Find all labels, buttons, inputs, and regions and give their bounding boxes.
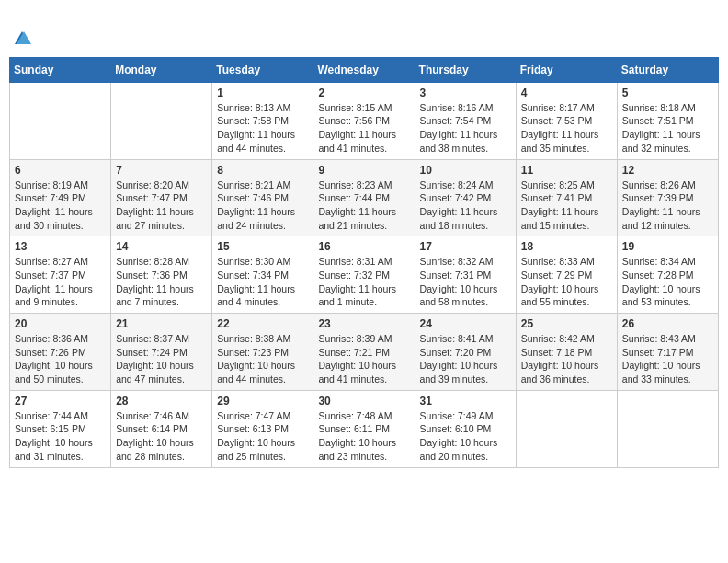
calendar-cell: 25Sunrise: 8:42 AMSunset: 7:18 PMDayligh… [516, 314, 617, 391]
calendar-cell: 8Sunrise: 8:21 AMSunset: 7:46 PMDaylight… [212, 159, 313, 236]
calendar-week-row: 27Sunrise: 7:44 AMSunset: 6:15 PMDayligh… [10, 390, 719, 467]
day-number: 29 [217, 395, 308, 408]
calendar-cell: 31Sunrise: 7:49 AMSunset: 6:10 PMDayligh… [415, 390, 516, 467]
day-info: Sunrise: 8:25 AMSunset: 7:41 PMDaylight:… [521, 178, 612, 233]
weekday-header-wednesday: Wednesday [313, 57, 415, 82]
calendar-week-row: 1Sunrise: 8:13 AMSunset: 7:58 PMDaylight… [10, 82, 719, 159]
day-info: Sunrise: 8:16 AMSunset: 7:54 PMDaylight:… [420, 101, 511, 155]
calendar-cell: 14Sunrise: 8:28 AMSunset: 7:36 PMDayligh… [111, 236, 212, 314]
calendar-cell: 26Sunrise: 8:43 AMSunset: 7:17 PMDayligh… [617, 314, 718, 391]
day-number: 11 [521, 164, 612, 177]
calendar-cell: 17Sunrise: 8:32 AMSunset: 7:31 PMDayligh… [415, 236, 516, 314]
calendar-cell: 10Sunrise: 8:24 AMSunset: 7:42 PMDayligh… [415, 159, 516, 236]
day-info: Sunrise: 8:17 AMSunset: 7:53 PMDaylight:… [521, 101, 612, 155]
day-info: Sunrise: 8:37 AMSunset: 7:24 PMDaylight:… [116, 332, 207, 386]
day-number: 17 [420, 240, 511, 253]
day-number: 13 [15, 240, 106, 253]
day-info: Sunrise: 8:18 AMSunset: 7:51 PMDaylight:… [622, 101, 713, 155]
day-number: 23 [318, 317, 409, 330]
day-info: Sunrise: 8:38 AMSunset: 7:23 PMDaylight:… [217, 332, 308, 386]
weekday-header-friday: Friday [516, 57, 617, 82]
day-info: Sunrise: 8:27 AMSunset: 7:37 PMDaylight:… [15, 255, 106, 309]
day-number: 26 [622, 317, 713, 330]
day-info: Sunrise: 7:49 AMSunset: 6:10 PMDaylight:… [420, 409, 511, 464]
calendar-cell [617, 390, 718, 467]
day-info: Sunrise: 8:33 AMSunset: 7:29 PMDaylight:… [521, 255, 612, 309]
calendar-cell [516, 390, 617, 467]
day-info: Sunrise: 8:19 AMSunset: 7:49 PMDaylight:… [15, 178, 106, 233]
calendar-cell: 24Sunrise: 8:41 AMSunset: 7:20 PMDayligh… [415, 314, 516, 391]
day-info: Sunrise: 8:31 AMSunset: 7:32 PMDaylight:… [318, 255, 409, 309]
logo [9, 9, 33, 50]
day-info: Sunrise: 8:20 AMSunset: 7:47 PMDaylight:… [116, 178, 207, 233]
calendar-week-row: 13Sunrise: 8:27 AMSunset: 7:37 PMDayligh… [10, 236, 719, 314]
day-number: 12 [622, 164, 713, 177]
day-info: Sunrise: 8:15 AMSunset: 7:56 PMDaylight:… [318, 101, 409, 155]
day-info: Sunrise: 8:30 AMSunset: 7:34 PMDaylight:… [217, 255, 308, 309]
logo-icon [11, 28, 33, 50]
weekday-header-saturday: Saturday [617, 57, 718, 82]
calendar-cell: 16Sunrise: 8:31 AMSunset: 7:32 PMDayligh… [313, 236, 415, 314]
calendar-cell: 13Sunrise: 8:27 AMSunset: 7:37 PMDayligh… [10, 236, 111, 314]
calendar-cell: 15Sunrise: 8:30 AMSunset: 7:34 PMDayligh… [212, 236, 313, 314]
calendar-week-row: 6Sunrise: 8:19 AMSunset: 7:49 PMDaylight… [10, 159, 719, 236]
calendar-cell: 18Sunrise: 8:33 AMSunset: 7:29 PMDayligh… [516, 236, 617, 314]
calendar-cell: 20Sunrise: 8:36 AMSunset: 7:26 PMDayligh… [10, 314, 111, 391]
calendar-cell: 5Sunrise: 8:18 AMSunset: 7:51 PMDaylight… [617, 82, 718, 159]
day-number: 2 [318, 86, 409, 99]
day-info: Sunrise: 8:34 AMSunset: 7:28 PMDaylight:… [622, 255, 713, 309]
calendar-cell: 4Sunrise: 8:17 AMSunset: 7:53 PMDaylight… [516, 82, 617, 159]
calendar-table: SundayMondayTuesdayWednesdayThursdayFrid… [9, 57, 719, 468]
day-number: 31 [420, 395, 511, 408]
day-info: Sunrise: 7:47 AMSunset: 6:13 PMDaylight:… [217, 409, 308, 464]
calendar-cell: 1Sunrise: 8:13 AMSunset: 7:58 PMDaylight… [212, 82, 313, 159]
day-number: 4 [521, 86, 612, 99]
day-number: 15 [217, 240, 308, 253]
day-number: 27 [15, 395, 106, 408]
day-number: 28 [116, 395, 207, 408]
calendar-cell: 27Sunrise: 7:44 AMSunset: 6:15 PMDayligh… [10, 390, 111, 467]
day-info: Sunrise: 7:46 AMSunset: 6:14 PMDaylight:… [116, 409, 207, 464]
page-header [9, 9, 719, 50]
day-number: 3 [420, 86, 511, 99]
calendar-cell: 3Sunrise: 8:16 AMSunset: 7:54 PMDaylight… [415, 82, 516, 159]
day-number: 24 [420, 317, 511, 330]
day-number: 20 [15, 317, 106, 330]
calendar-cell: 9Sunrise: 8:23 AMSunset: 7:44 PMDaylight… [313, 159, 415, 236]
weekday-header-tuesday: Tuesday [212, 57, 313, 82]
day-info: Sunrise: 8:28 AMSunset: 7:36 PMDaylight:… [116, 255, 207, 309]
day-number: 7 [116, 164, 207, 177]
day-info: Sunrise: 8:23 AMSunset: 7:44 PMDaylight:… [318, 178, 409, 233]
day-info: Sunrise: 8:41 AMSunset: 7:20 PMDaylight:… [420, 332, 511, 386]
weekday-header-row: SundayMondayTuesdayWednesdayThursdayFrid… [10, 57, 719, 82]
day-number: 6 [15, 164, 106, 177]
day-number: 1 [217, 86, 308, 99]
calendar-cell: 29Sunrise: 7:47 AMSunset: 6:13 PMDayligh… [212, 390, 313, 467]
calendar-cell: 22Sunrise: 8:38 AMSunset: 7:23 PMDayligh… [212, 314, 313, 391]
calendar-cell: 21Sunrise: 8:37 AMSunset: 7:24 PMDayligh… [111, 314, 212, 391]
calendar-cell: 19Sunrise: 8:34 AMSunset: 7:28 PMDayligh… [617, 236, 718, 314]
calendar-cell [10, 82, 111, 159]
day-number: 21 [116, 317, 207, 330]
day-number: 8 [217, 164, 308, 177]
weekday-header-monday: Monday [111, 57, 212, 82]
day-info: Sunrise: 8:26 AMSunset: 7:39 PMDaylight:… [622, 178, 713, 233]
day-number: 19 [622, 240, 713, 253]
day-info: Sunrise: 8:42 AMSunset: 7:18 PMDaylight:… [521, 332, 612, 386]
day-number: 25 [521, 317, 612, 330]
day-number: 18 [521, 240, 612, 253]
calendar-cell: 11Sunrise: 8:25 AMSunset: 7:41 PMDayligh… [516, 159, 617, 236]
day-info: Sunrise: 8:24 AMSunset: 7:42 PMDaylight:… [420, 178, 511, 233]
calendar-cell [111, 82, 212, 159]
day-number: 10 [420, 164, 511, 177]
calendar-week-row: 20Sunrise: 8:36 AMSunset: 7:26 PMDayligh… [10, 314, 719, 391]
calendar-cell: 6Sunrise: 8:19 AMSunset: 7:49 PMDaylight… [10, 159, 111, 236]
day-info: Sunrise: 8:21 AMSunset: 7:46 PMDaylight:… [217, 178, 308, 233]
calendar-cell: 7Sunrise: 8:20 AMSunset: 7:47 PMDaylight… [111, 159, 212, 236]
weekday-header-sunday: Sunday [10, 57, 111, 82]
day-number: 9 [318, 164, 409, 177]
day-number: 30 [318, 395, 409, 408]
calendar-cell: 30Sunrise: 7:48 AMSunset: 6:11 PMDayligh… [313, 390, 415, 467]
day-number: 14 [116, 240, 207, 253]
calendar-cell: 28Sunrise: 7:46 AMSunset: 6:14 PMDayligh… [111, 390, 212, 467]
